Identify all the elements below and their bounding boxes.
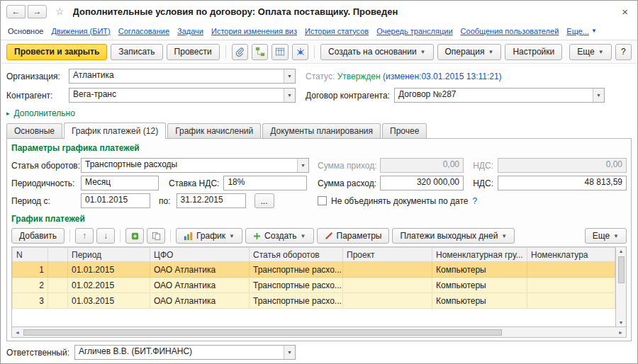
tab-other[interactable]: Прочее: [382, 123, 427, 138]
additional-group-toggle[interactable]: ▸ Дополнительно: [6, 108, 75, 118]
weekend-payments-button[interactable]: Платежи выходных дней ▼: [392, 228, 515, 244]
dont-merge-checkbox[interactable]: [318, 196, 327, 205]
cell-nom-group[interactable]: Компьютеры: [432, 278, 527, 293]
cell-nom-group[interactable]: Компьютеры: [432, 262, 527, 278]
nav-more-menu[interactable]: Еще... ▼: [566, 27, 596, 35]
choose-icon[interactable]: ▼: [284, 346, 295, 359]
nav-item-visa-history[interactable]: История изменения виз: [211, 27, 297, 35]
help-button[interactable]: ?: [615, 44, 632, 60]
create-button[interactable]: Создать ▼: [245, 228, 314, 244]
post-and-close-button[interactable]: Провести и закрыть: [6, 44, 107, 60]
move-up-button[interactable]: ↑: [75, 228, 94, 244]
operation-button[interactable]: Операция ▼: [437, 44, 502, 60]
article-field[interactable]: Транспортные расходы ▼: [81, 158, 309, 173]
cell-cfo[interactable]: ОАО Атлантика: [150, 278, 250, 293]
tab-accrual-schedule[interactable]: График начислений: [167, 123, 261, 138]
forward-button[interactable]: →: [28, 5, 47, 18]
cell-marker[interactable]: [48, 293, 68, 309]
help-question-link[interactable]: ?: [473, 196, 478, 206]
cell-cfo[interactable]: ОАО Атлантика: [150, 293, 250, 309]
spreadsheet-report-button[interactable]: [272, 44, 288, 60]
col-header-n[interactable]: N: [13, 248, 48, 262]
tab-planning-documents[interactable]: Документы планирования: [262, 123, 381, 138]
cell-period[interactable]: 01.03.2015: [68, 293, 150, 309]
col-header-project[interactable]: Проект: [343, 248, 432, 262]
nav-item-user-messages[interactable]: Сообщения пользователей: [461, 27, 559, 35]
cell-n[interactable]: 1: [13, 262, 48, 278]
settings-button[interactable]: Настройки: [505, 44, 562, 60]
period-ellipsis-button[interactable]: ...: [254, 193, 274, 208]
cell-nomenclature[interactable]: [527, 262, 615, 278]
cell-nomenclature[interactable]: [527, 278, 615, 293]
col-header-nomenclature[interactable]: Номенклатура: [527, 248, 615, 262]
tab-main[interactable]: Основные: [6, 123, 62, 138]
organization-field[interactable]: Атлантика ▼: [69, 69, 296, 84]
fill-button[interactable]: [125, 228, 144, 244]
scroll-right-icon[interactable]: ►: [615, 330, 626, 335]
schedule-more-button[interactable]: Еще ▼: [585, 228, 627, 244]
post-button[interactable]: Провести: [167, 44, 220, 60]
nav-item-status-history[interactable]: История статусов: [305, 27, 369, 35]
cell-period[interactable]: 01.02.2015: [68, 278, 150, 293]
cell-article[interactable]: Транспортные расхо...: [250, 293, 343, 309]
contragent-field[interactable]: Вега-транс ▼: [69, 88, 296, 103]
choose-icon[interactable]: ▼: [297, 159, 308, 172]
back-button[interactable]: ←: [6, 5, 26, 18]
cell-project[interactable]: [343, 262, 432, 278]
horizontal-scrollbar[interactable]: ◄ ►: [11, 327, 627, 338]
create-based-on-button[interactable]: Создать на основании ▼: [320, 44, 433, 60]
copy-row-button[interactable]: [147, 228, 165, 244]
favorite-star-icon[interactable]: ☆: [55, 6, 65, 17]
cell-cfo[interactable]: ОАО Атлантика: [150, 262, 250, 278]
col-header-nom-group[interactable]: Номенклатурная гру...: [432, 248, 527, 262]
choose-icon[interactable]: ▼: [593, 89, 604, 102]
nav-item-translation-queue[interactable]: Очередь трансляции: [376, 27, 452, 35]
cell-nomenclature[interactable]: [527, 293, 615, 309]
add-row-button[interactable]: Добавить: [11, 228, 65, 244]
scrollbar-thumb[interactable]: [23, 329, 502, 336]
cell-n[interactable]: 3: [13, 293, 48, 309]
document-structure-button[interactable]: [252, 44, 268, 60]
period-from-field[interactable]: 01.01.2015: [81, 193, 150, 208]
nav-item-approval[interactable]: Согласование: [118, 27, 169, 35]
periodicity-field[interactable]: Месяц: [81, 176, 159, 190]
col-header-article[interactable]: Статья оборотов: [250, 248, 343, 262]
cell-n[interactable]: 2: [13, 278, 48, 293]
period-to-field[interactable]: 31.12.2015: [177, 193, 246, 208]
cell-marker[interactable]: [48, 262, 68, 278]
table-row[interactable]: 2 01.02.2015 ОАО Атлантика Транспортные …: [13, 278, 615, 293]
nav-item-tasks[interactable]: Задачи: [177, 27, 203, 35]
close-icon[interactable]: ×: [618, 6, 632, 18]
scrollbar-thumb[interactable]: [618, 256, 625, 283]
cell-nom-group[interactable]: Компьютеры: [432, 293, 527, 309]
attachments-button[interactable]: [232, 44, 248, 60]
col-header-period[interactable]: Период: [68, 248, 150, 262]
col-header-cfo[interactable]: ЦФО: [150, 248, 250, 262]
nav-item-movements[interactable]: Движения (БИТ): [51, 27, 110, 35]
scroll-up-icon[interactable]: ▲: [619, 247, 624, 255]
cell-article[interactable]: Транспортные расхо...: [250, 262, 343, 278]
table-row[interactable]: 1 01.01.2015 ОАО Атлантика Транспортные …: [13, 262, 615, 278]
cell-project[interactable]: [343, 293, 432, 309]
chart-button[interactable]: График ▼: [176, 228, 242, 244]
parameters-button[interactable]: Параметры: [317, 228, 390, 244]
expense-sum-field[interactable]: 320 000,00: [380, 176, 464, 190]
responsible-field[interactable]: Агличев В.В. (БИТ.ФИНАНС) ▼: [74, 345, 296, 360]
cell-marker[interactable]: [48, 278, 68, 293]
more-button[interactable]: Еще ▼: [569, 44, 611, 60]
choose-icon[interactable]: ▼: [284, 89, 295, 102]
contract-field[interactable]: Договор №287 ▼: [394, 88, 605, 103]
nav-item-main[interactable]: Основное: [8, 27, 43, 35]
scroll-left-icon[interactable]: ◄: [12, 330, 23, 335]
cell-article[interactable]: Транспортные расхо...: [250, 278, 343, 293]
vertical-scrollbar[interactable]: ▲ ▼: [616, 246, 627, 327]
move-down-button[interactable]: ↓: [96, 228, 115, 244]
tab-payment-schedule[interactable]: График платежей (12): [64, 123, 166, 139]
expense-vat-field[interactable]: 48 813,59: [498, 176, 627, 190]
cell-project[interactable]: [343, 278, 432, 293]
col-header-marker[interactable]: [48, 248, 68, 262]
choose-icon[interactable]: ▼: [284, 69, 295, 83]
table-row[interactable]: 3 01.03.2015 ОАО Атлантика Транспортные …: [13, 293, 615, 309]
cell-period[interactable]: 01.01.2015: [68, 262, 150, 278]
scroll-down-icon[interactable]: ▼: [619, 319, 624, 326]
